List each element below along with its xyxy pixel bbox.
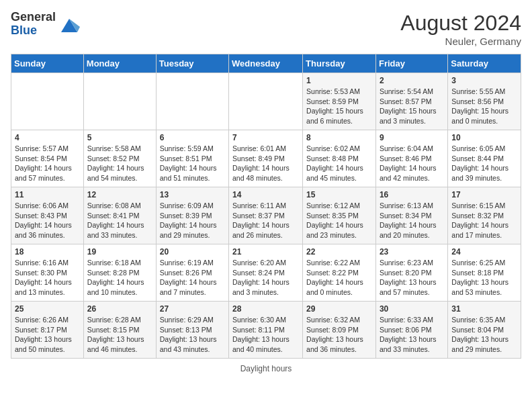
calendar-cell: 17Sunrise: 6:15 AM Sunset: 8:32 PM Dayli… (448, 187, 521, 244)
day-info: Sunrise: 6:06 AM Sunset: 8:43 PM Dayligh… (15, 201, 80, 240)
calendar-cell: 8Sunrise: 6:02 AM Sunset: 8:48 PM Daylig… (303, 130, 376, 187)
day-info: Sunrise: 6:18 AM Sunset: 8:28 PM Dayligh… (87, 258, 152, 298)
day-number: 5 (87, 133, 152, 142)
day-number: 18 (15, 247, 80, 257)
logo: General Blue (11, 11, 80, 38)
calendar-cell: 2Sunrise: 5:54 AM Sunset: 8:57 PM Daylig… (375, 73, 447, 130)
day-number: 17 (451, 190, 517, 199)
day-number: 6 (160, 133, 225, 142)
calendar-cell: 20Sunrise: 6:19 AM Sunset: 8:26 PM Dayli… (156, 244, 228, 302)
day-info: Sunrise: 6:15 AM Sunset: 8:32 PM Dayligh… (451, 201, 517, 240)
calendar-cell: 29Sunrise: 6:32 AM Sunset: 8:09 PM Dayli… (303, 302, 376, 359)
col-header-wednesday: Wednesday (229, 54, 303, 73)
calendar-cell: 12Sunrise: 6:08 AM Sunset: 8:41 PM Dayli… (83, 187, 156, 244)
day-number: 24 (451, 247, 517, 257)
day-info: Sunrise: 6:26 AM Sunset: 8:17 PM Dayligh… (15, 315, 80, 355)
day-number: 27 (160, 304, 225, 314)
day-info: Sunrise: 5:54 AM Sunset: 8:57 PM Dayligh… (380, 87, 444, 126)
calendar-cell: 24Sunrise: 6:25 AM Sunset: 8:18 PM Dayli… (448, 244, 521, 302)
day-number: 29 (306, 304, 372, 314)
day-info: Sunrise: 6:09 AM Sunset: 8:39 PM Dayligh… (160, 201, 225, 240)
day-number: 12 (87, 190, 152, 199)
calendar-cell: 23Sunrise: 6:23 AM Sunset: 8:20 PM Dayli… (375, 244, 447, 302)
day-info: Sunrise: 5:55 AM Sunset: 8:56 PM Dayligh… (451, 87, 517, 126)
page-header: General Blue August 2024 Neuler, Germany (11, 11, 521, 47)
calendar-cell: 5Sunrise: 5:58 AM Sunset: 8:52 PM Daylig… (83, 130, 156, 187)
day-info: Sunrise: 5:53 AM Sunset: 8:59 PM Dayligh… (306, 87, 372, 126)
calendar-cell: 30Sunrise: 6:33 AM Sunset: 8:06 PM Dayli… (375, 302, 447, 359)
day-number: 22 (306, 247, 372, 257)
day-number: 15 (306, 190, 372, 199)
day-number: 16 (380, 190, 444, 199)
col-header-friday: Friday (375, 54, 447, 73)
calendar-cell: 19Sunrise: 6:18 AM Sunset: 8:28 PM Dayli… (83, 244, 156, 302)
calendar-cell: 4Sunrise: 5:57 AM Sunset: 8:54 PM Daylig… (11, 130, 84, 187)
col-header-thursday: Thursday (303, 54, 376, 73)
day-info: Sunrise: 6:33 AM Sunset: 8:06 PM Dayligh… (380, 315, 444, 355)
day-info: Sunrise: 6:04 AM Sunset: 8:46 PM Dayligh… (380, 144, 444, 183)
day-info: Sunrise: 6:16 AM Sunset: 8:30 PM Dayligh… (15, 258, 80, 298)
day-info: Sunrise: 6:29 AM Sunset: 8:13 PM Dayligh… (160, 315, 225, 355)
day-info: Sunrise: 6:25 AM Sunset: 8:18 PM Dayligh… (451, 258, 517, 298)
logo-icon (58, 13, 80, 35)
week-row-2: 11Sunrise: 6:06 AM Sunset: 8:43 PM Dayli… (11, 187, 521, 244)
day-info: Sunrise: 6:23 AM Sunset: 8:20 PM Dayligh… (380, 258, 444, 298)
day-info: Sunrise: 6:11 AM Sunset: 8:37 PM Dayligh… (232, 201, 299, 240)
calendar-cell: 11Sunrise: 6:06 AM Sunset: 8:43 PM Dayli… (11, 187, 84, 244)
calendar-cell: 25Sunrise: 6:26 AM Sunset: 8:17 PM Dayli… (11, 302, 84, 359)
day-info: Sunrise: 5:58 AM Sunset: 8:52 PM Dayligh… (87, 144, 152, 183)
day-info: Sunrise: 6:12 AM Sunset: 8:35 PM Dayligh… (306, 201, 372, 240)
header-row: SundayMondayTuesdayWednesdayThursdayFrid… (11, 54, 521, 73)
day-info: Sunrise: 6:30 AM Sunset: 8:11 PM Dayligh… (232, 315, 299, 355)
calendar-cell: 18Sunrise: 6:16 AM Sunset: 8:30 PM Dayli… (11, 244, 84, 302)
week-row-1: 4Sunrise: 5:57 AM Sunset: 8:54 PM Daylig… (11, 130, 521, 187)
calendar-cell: 31Sunrise: 6:35 AM Sunset: 8:04 PM Dayli… (448, 302, 521, 359)
col-header-sunday: Sunday (11, 54, 84, 73)
day-info: Sunrise: 6:13 AM Sunset: 8:34 PM Dayligh… (380, 201, 444, 240)
day-number: 30 (380, 304, 444, 314)
day-number: 14 (232, 190, 299, 199)
day-number: 20 (160, 247, 225, 257)
day-number: 23 (380, 247, 444, 257)
calendar-table: SundayMondayTuesdayWednesdayThursdayFrid… (11, 54, 521, 359)
calendar-cell: 22Sunrise: 6:22 AM Sunset: 8:22 PM Dayli… (303, 244, 376, 302)
calendar-cell: 6Sunrise: 5:59 AM Sunset: 8:51 PM Daylig… (156, 130, 228, 187)
day-info: Sunrise: 6:32 AM Sunset: 8:09 PM Dayligh… (306, 315, 372, 355)
day-info: Sunrise: 5:59 AM Sunset: 8:51 PM Dayligh… (160, 144, 225, 183)
day-number: 25 (15, 304, 80, 314)
day-number: 9 (380, 133, 444, 142)
calendar-cell: 14Sunrise: 6:11 AM Sunset: 8:37 PM Dayli… (229, 187, 303, 244)
logo-general: General (11, 10, 56, 24)
col-header-tuesday: Tuesday (156, 54, 228, 73)
col-header-monday: Monday (83, 54, 156, 73)
calendar-cell (229, 73, 303, 130)
day-number: 19 (87, 247, 152, 257)
day-info: Sunrise: 6:01 AM Sunset: 8:49 PM Dayligh… (232, 144, 299, 183)
day-number: 1 (306, 76, 372, 85)
month-year: August 2024 (400, 11, 521, 36)
daylight-label: Daylight hours (240, 364, 292, 373)
day-number: 13 (160, 190, 225, 199)
day-number: 8 (306, 133, 372, 142)
calendar-cell: 10Sunrise: 6:05 AM Sunset: 8:44 PM Dayli… (448, 130, 521, 187)
day-number: 26 (87, 304, 152, 314)
col-header-saturday: Saturday (448, 54, 521, 73)
calendar-cell: 7Sunrise: 6:01 AM Sunset: 8:49 PM Daylig… (229, 130, 303, 187)
week-row-3: 18Sunrise: 6:16 AM Sunset: 8:30 PM Dayli… (11, 244, 521, 302)
day-number: 3 (451, 76, 517, 85)
day-info: Sunrise: 6:35 AM Sunset: 8:04 PM Dayligh… (451, 315, 517, 355)
calendar-cell: 21Sunrise: 6:20 AM Sunset: 8:24 PM Dayli… (229, 244, 303, 302)
calendar-cell: 1Sunrise: 5:53 AM Sunset: 8:59 PM Daylig… (303, 73, 376, 130)
day-number: 11 (15, 190, 80, 199)
logo-blue: Blue (11, 24, 37, 37)
day-number: 4 (15, 133, 80, 142)
day-number: 2 (380, 76, 444, 85)
calendar-cell: 26Sunrise: 6:28 AM Sunset: 8:15 PM Dayli… (83, 302, 156, 359)
calendar-cell: 3Sunrise: 5:55 AM Sunset: 8:56 PM Daylig… (448, 73, 521, 130)
calendar-cell (83, 73, 156, 130)
calendar-cell: 16Sunrise: 6:13 AM Sunset: 8:34 PM Dayli… (375, 187, 447, 244)
day-info: Sunrise: 6:08 AM Sunset: 8:41 PM Dayligh… (87, 201, 152, 240)
location: Neuler, Germany (400, 36, 521, 47)
day-info: Sunrise: 6:05 AM Sunset: 8:44 PM Dayligh… (451, 144, 517, 183)
calendar-cell: 15Sunrise: 6:12 AM Sunset: 8:35 PM Dayli… (303, 187, 376, 244)
